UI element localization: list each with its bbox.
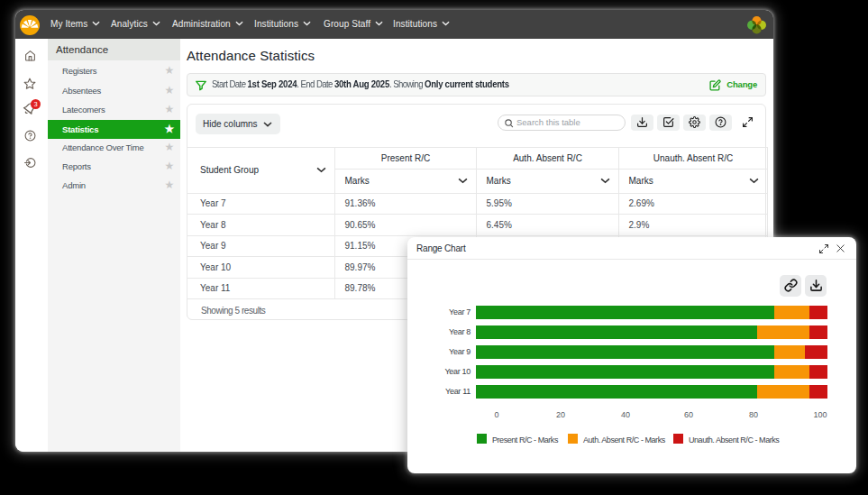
svg-text:3: 3 (33, 100, 37, 108)
